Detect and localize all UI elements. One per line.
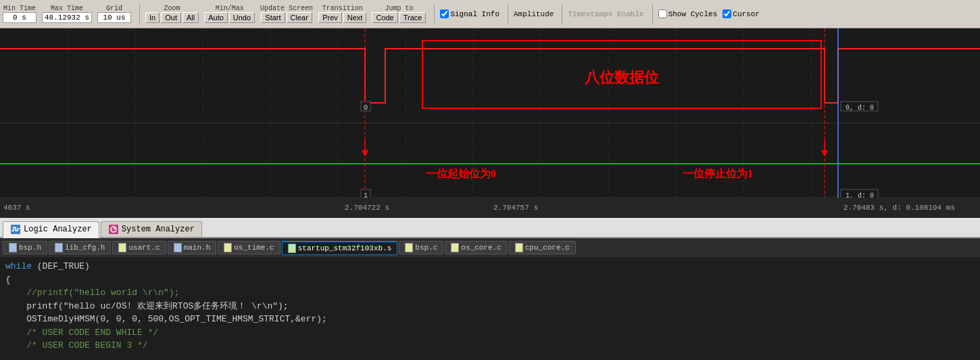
file-icon-s	[288, 244, 296, 253]
file-icon-c	[118, 243, 126, 252]
jump-to-group: Jump to Code Trace	[372, 5, 426, 23]
update-screen-group: Update Screen Start Clear	[260, 5, 313, 23]
file-tab-label: usart.c	[128, 244, 160, 252]
file-tab-bsp_c[interactable]: bsp.c	[399, 241, 443, 254]
system-analyzer-icon	[108, 224, 119, 235]
tab-system-analyzer-label: System Analyzer	[122, 225, 195, 234]
signal-info-checkbox[interactable]	[440, 9, 449, 18]
file-tab-lib_cfg_h[interactable]: lib_cfg.h	[49, 241, 111, 254]
sep4	[562, 4, 562, 24]
sep2	[434, 4, 435, 24]
file-tab-label: os_time.c	[234, 244, 274, 252]
show-cycles-text: Show Cycles	[668, 10, 718, 18]
update-start-button[interactable]: Start	[261, 12, 285, 23]
file-icon-c	[451, 243, 459, 252]
min-time-group: Min Time 0 s	[3, 5, 36, 23]
svg-text:2.704757 s: 2.704757 s	[493, 204, 538, 212]
code-line: {	[5, 273, 975, 287]
amplitude-label: Amplitude	[514, 10, 554, 18]
logic-analyzer-icon	[10, 224, 21, 235]
update-screen-label: Update Screen	[260, 5, 313, 12]
grid-value: 10 us	[97, 12, 131, 23]
toolbar: Min Time 0 s Max Time 48.12932 s Grid 10…	[0, 0, 980, 28]
file-tab-os_time_c[interactable]: os_time.c	[218, 241, 280, 254]
waveform-area[interactable]: 0 1 0, d: 0 1, d: 0 4637 s 2.704722 s 2.…	[0, 28, 980, 218]
code-comment: /* USER CODE END WHILE */	[5, 328, 158, 338]
svg-text:4637 s: 4637 s	[3, 204, 30, 212]
file-tab-bsp_h[interactable]: bsp.h	[3, 241, 47, 254]
file-icon-h	[174, 243, 182, 252]
transition-next-button[interactable]: Next	[343, 12, 367, 23]
code-line: OSTimeDlyHMSM(0, 0, 0, 500,OS_OPT_TIME_H…	[5, 313, 975, 326]
file-tab-label: os_core.c	[461, 244, 501, 252]
code-comment: //printf("hello world \r\n");	[5, 288, 179, 298]
bottom-area: Logic Analyzer System Analyzer bsp.hlib_…	[0, 218, 980, 360]
svg-text:一位起始位为0: 一位起始位为0	[426, 168, 496, 179]
max-time-value: 48.12932 s	[42, 12, 92, 23]
show-cycles-checkbox[interactable]	[658, 9, 667, 18]
tab-logic-analyzer[interactable]: Logic Analyzer	[3, 221, 99, 238]
code-line: /* USER CODE END WHILE */	[5, 326, 975, 340]
grid-label: Grid	[106, 5, 122, 12]
minmax-group: Min/Max Auto Undo	[204, 5, 255, 23]
jump-to-label: Jump to	[385, 5, 413, 12]
file-tab-label: cpu_core.c	[525, 244, 570, 252]
cycles-cursor-group: Show Cycles Cursor	[658, 9, 760, 18]
file-icon-c	[405, 243, 413, 252]
file-tab-label: main.h	[184, 244, 211, 252]
code-line: printf("hello uc/OS! 欢迎来到RTOS多任务环境！ \r\n…	[5, 300, 975, 313]
transition-label: Transition	[322, 5, 363, 12]
code-line: /* USER CODE BEGIN 3 */	[5, 339, 975, 353]
file-icon-c	[515, 243, 523, 252]
sep3	[508, 4, 508, 24]
file-tab-main_h[interactable]: main.h	[168, 241, 217, 254]
minmax-auto-button[interactable]: Auto	[204, 12, 228, 23]
cursor-checkbox[interactable]	[722, 9, 731, 18]
file-tabs: bsp.hlib_cfg.husart.cmain.hos_time.cstar…	[0, 238, 980, 257]
file-icon-c	[224, 243, 232, 252]
file-tab-os_core_c[interactable]: os_core.c	[445, 241, 507, 254]
cursor-label[interactable]: Cursor	[722, 9, 760, 18]
waveform-svg: 0 1 0, d: 0 1, d: 0 4637 s 2.704722 s 2.…	[0, 28, 980, 218]
svg-text:2.704722 s: 2.704722 s	[345, 204, 389, 212]
min-time-label: Min Time	[3, 5, 36, 12]
jump-trace-button[interactable]: Trace	[399, 12, 426, 23]
min-time-value: 0 s	[3, 12, 36, 23]
amplitude-group: Amplitude	[514, 10, 554, 18]
svg-text:0: 0	[364, 104, 368, 112]
file-tab-cpu_core_c[interactable]: cpu_core.c	[509, 241, 576, 254]
tab-bar: Logic Analyzer System Analyzer	[0, 218, 980, 238]
tab-system-analyzer[interactable]: System Analyzer	[101, 221, 202, 237]
file-tab-label: bsp.c	[415, 244, 437, 252]
svg-text:一位停止位为1: 一位停止位为1	[683, 168, 753, 179]
signal-info-check-label[interactable]: Signal Info	[440, 9, 499, 18]
svg-text:八位数据位: 八位数据位	[584, 69, 660, 86]
file-tab-usart_c[interactable]: usart.c	[112, 241, 166, 254]
zoom-group: Zoom In Out All	[145, 5, 199, 23]
code-comment: /* USER CODE BEGIN 3 */	[5, 340, 148, 351]
zoom-label: Zoom	[164, 5, 180, 12]
grid-group: Grid 10 us	[97, 5, 131, 23]
sep5	[652, 4, 653, 24]
svg-text:2.70483 s,  d: 0.108194 ms: 2.70483 s, d: 0.108194 ms	[843, 204, 955, 212]
max-time-group: Max Time 48.12932 s	[42, 5, 92, 23]
zoom-out-button[interactable]: Out	[161, 12, 181, 23]
file-icon-h	[9, 243, 17, 252]
signal-info-label: Signal Info	[450, 10, 499, 18]
minmax-undo-button[interactable]: Undo	[229, 12, 255, 23]
file-tab-label: lib_cfg.h	[65, 244, 105, 252]
show-cycles-label[interactable]: Show Cycles	[658, 9, 718, 18]
code-line: //printf("hello world \r\n");	[5, 286, 975, 300]
zoom-all-button[interactable]: All	[182, 12, 199, 23]
update-clear-button[interactable]: Clear	[287, 12, 312, 23]
tab-logic-analyzer-label: Logic Analyzer	[24, 225, 92, 234]
svg-text:0, d: 0: 0, d: 0	[846, 104, 874, 112]
file-tab-label: startup_stm32f103xb.s	[298, 244, 392, 252]
file-tab-startup_stm32f103xb_s[interactable]: startup_stm32f103xb.s	[282, 241, 398, 255]
zoom-in-button[interactable]: In	[145, 12, 160, 23]
cursor-text: Cursor	[733, 10, 760, 18]
svg-rect-33	[0, 198, 980, 218]
max-time-label: Max Time	[51, 5, 83, 12]
transition-prev-button[interactable]: Prev	[318, 12, 342, 23]
jump-code-button[interactable]: Code	[372, 12, 397, 23]
